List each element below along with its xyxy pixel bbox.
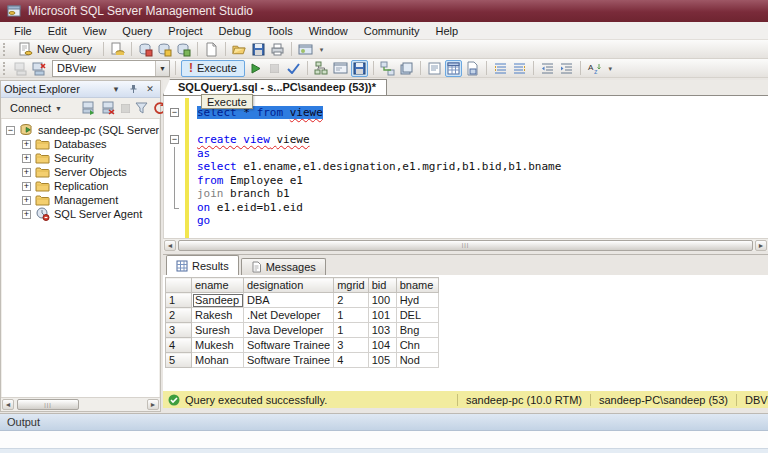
display-estimated-plan-icon[interactable]: [313, 60, 330, 77]
grid-column-header-bid[interactable]: bid: [368, 278, 396, 293]
parse-icon[interactable]: [285, 60, 302, 77]
object-explorer-hscrollbar[interactable]: ◄ ►: [1, 397, 160, 411]
grid-cell[interactable]: Chn: [396, 338, 438, 353]
results-to-file-icon[interactable]: [464, 60, 481, 77]
grid-cell[interactable]: .Net Developer: [244, 308, 334, 323]
code-line-3[interactable]: −create view viewe: [164, 133, 768, 147]
toolbar-grip[interactable]: [3, 62, 7, 75]
filter-icon[interactable]: [134, 100, 149, 117]
debug-icon[interactable]: [247, 60, 264, 77]
grid-cell[interactable]: 1: [334, 308, 369, 323]
stop-icon[interactable]: [120, 100, 131, 117]
uncomment-selection-icon[interactable]: [511, 60, 528, 77]
grid-cell[interactable]: 5: [166, 353, 192, 368]
database-engine-query-icon[interactable]: [109, 41, 126, 58]
menu-item-community[interactable]: Community: [356, 23, 428, 39]
connect-query-icon[interactable]: [12, 60, 29, 77]
grid-cell[interactable]: Suresh: [192, 323, 244, 338]
grid-cell[interactable]: 3: [334, 338, 369, 353]
results-grid[interactable]: enamedesignationmgridbidbname1SandeepDBA…: [165, 277, 439, 368]
code-line-2[interactable]: [164, 120, 768, 134]
toolbar-overflow-button[interactable]: ▾: [316, 47, 327, 52]
include-actual-plan-icon[interactable]: [379, 60, 396, 77]
scroll-left-icon[interactable]: ◄: [164, 240, 176, 251]
grid-column-header-designation[interactable]: designation: [244, 278, 334, 293]
tree-item-management[interactable]: +Management: [2, 193, 159, 207]
tree-item-sql-server-agent[interactable]: +SQL Server Agent: [2, 207, 159, 221]
change-case-icon[interactable]: Az: [586, 60, 603, 77]
execute-button[interactable]: ! Execute: [181, 60, 245, 77]
tree-item-databases[interactable]: +Databases: [2, 137, 159, 151]
scroll-thumb[interactable]: [17, 399, 79, 410]
intellisense-enabled-icon[interactable]: [351, 60, 368, 77]
tree-item-server-objects[interactable]: +Server Objects: [2, 165, 159, 179]
grid-cell[interactable]: Mohan: [192, 353, 244, 368]
expander-icon[interactable]: −: [6, 126, 15, 135]
open-file-icon[interactable]: [231, 41, 248, 58]
expander-icon[interactable]: +: [22, 210, 31, 219]
query-document-tab[interactable]: SQLQuery1.sql - s...PC\sandeep (53))*: [163, 79, 387, 95]
editor-hscrollbar[interactable]: ◄ ►: [163, 238, 768, 251]
grid-cell[interactable]: Hyd: [396, 293, 438, 308]
fold-collapse-icon[interactable]: −: [170, 135, 179, 144]
mdx-query-icon[interactable]: [137, 41, 154, 58]
grid-cell[interactable]: 4: [166, 338, 192, 353]
grid-cell[interactable]: 1: [334, 323, 369, 338]
grid-cell[interactable]: 2: [334, 293, 369, 308]
scroll-right-icon[interactable]: ►: [147, 399, 159, 410]
results-to-text-icon[interactable]: [426, 60, 443, 77]
menu-item-help[interactable]: Help: [427, 23, 466, 39]
menu-item-project[interactable]: Project: [160, 23, 210, 39]
menu-item-tools[interactable]: Tools: [259, 23, 301, 39]
scroll-track[interactable]: [15, 399, 146, 410]
tree-item-sandeep-pc-sql-server-10-0[interactable]: −sandeep-pc (SQL Server 10.0: [2, 123, 159, 137]
pin-icon[interactable]: [126, 83, 140, 96]
close-icon[interactable]: ✕: [143, 83, 157, 96]
increase-indent-icon[interactable]: [558, 60, 575, 77]
save-icon[interactable]: [250, 41, 267, 58]
grid-cell[interactable]: Bng: [396, 323, 438, 338]
expander-icon[interactable]: +: [22, 182, 31, 191]
scroll-left-icon[interactable]: ◄: [2, 399, 14, 410]
expander-icon[interactable]: +: [22, 168, 31, 177]
grid-column-header-corner[interactable]: [166, 278, 192, 293]
code-line-9[interactable]: go: [164, 214, 768, 228]
output-panel-body[interactable]: [0, 431, 768, 448]
grid-cell[interactable]: Nod: [396, 353, 438, 368]
grid-cell[interactable]: Rakesh: [192, 308, 244, 323]
change-connection-icon[interactable]: [31, 60, 48, 77]
source-control-icon[interactable]: [297, 41, 314, 58]
window-position-icon[interactable]: ▾: [109, 83, 123, 96]
results-to-grid-icon[interactable]: [445, 60, 462, 77]
query-options-icon[interactable]: [332, 60, 349, 77]
grid-column-header-mgrid[interactable]: mgrid: [334, 278, 369, 293]
menu-item-debug[interactable]: Debug: [211, 23, 259, 39]
grid-cell[interactable]: 101: [368, 308, 396, 323]
scroll-thumb[interactable]: [178, 240, 753, 251]
grid-cell[interactable]: Sandeep: [192, 293, 244, 308]
tree-item-replication[interactable]: +Replication: [2, 179, 159, 193]
new-document-icon[interactable]: [203, 41, 220, 58]
grid-cell[interactable]: 100: [368, 293, 396, 308]
expander-icon[interactable]: +: [22, 154, 31, 163]
code-line-1[interactable]: −select * from viewe: [164, 106, 768, 120]
expander-icon[interactable]: +: [22, 196, 31, 205]
grid-cell[interactable]: 2: [166, 308, 192, 323]
expander-icon[interactable]: +: [22, 140, 31, 149]
grid-cell[interactable]: Java Developer: [244, 323, 334, 338]
code-line-7[interactable]: join branch b1: [164, 187, 768, 201]
include-client-statistics-icon[interactable]: [398, 60, 415, 77]
grid-cell[interactable]: 1: [166, 293, 192, 308]
code-line-4[interactable]: as: [164, 147, 768, 161]
object-explorer-header[interactable]: Object Explorer ▾ ✕: [1, 81, 160, 98]
menu-item-query[interactable]: Query: [114, 23, 160, 39]
grid-cell[interactable]: 104: [368, 338, 396, 353]
grid-cell[interactable]: Mukesh: [192, 338, 244, 353]
grid-cell[interactable]: 3: [166, 323, 192, 338]
output-panel-header[interactable]: Output: [0, 414, 768, 431]
grid-cell[interactable]: 105: [368, 353, 396, 368]
connect-object-explorer-icon[interactable]: [80, 100, 97, 117]
grid-cell[interactable]: Software Trainee: [244, 338, 334, 353]
results-tab-results[interactable]: Results: [166, 255, 239, 275]
title-bar[interactable]: Microsoft SQL Server Management Studio: [0, 0, 768, 22]
